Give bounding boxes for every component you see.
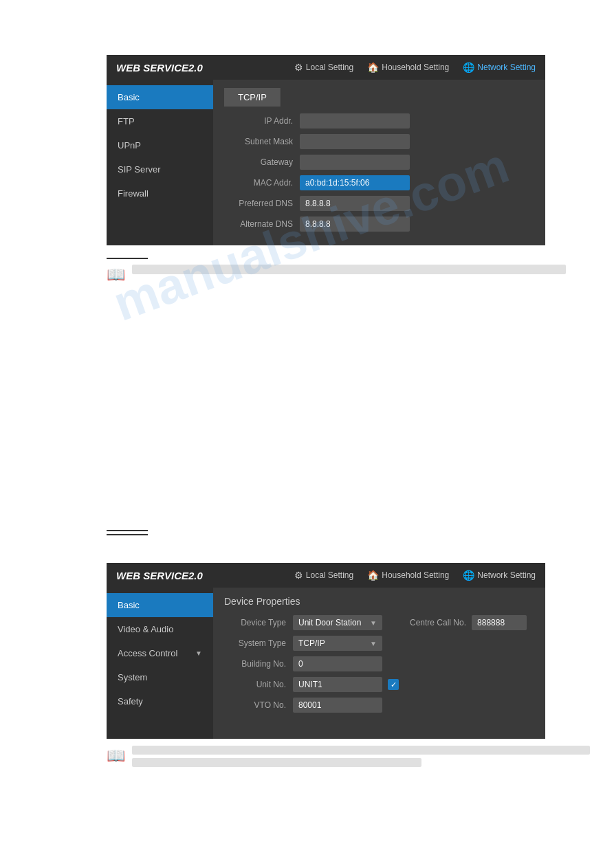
device-label-unit: Unit No.: [224, 680, 293, 689]
spacer-middle: [0, 289, 614, 523]
bottom-nav-local[interactable]: ⚙ Local Setting: [294, 570, 353, 581]
device-label-building: Building No.: [224, 659, 293, 669]
bottom-nav-household[interactable]: 🏠 Household Setting: [367, 570, 449, 581]
input-vto[interactable]: [293, 698, 382, 713]
device-label-type: Device Type: [224, 618, 293, 627]
device-label-vto: VTO No.: [224, 700, 293, 710]
bottom-sidebar-access[interactable]: Access Control ▼: [107, 641, 213, 665]
top-main-content: Basic FTP UPnP SIP Server Firewall TCP/I…: [107, 80, 545, 245]
label-mac: MAC Addr.: [224, 178, 300, 188]
top-nav: ⚙ Local Setting 🏠 Household Setting 🌐 Ne…: [294, 62, 536, 73]
sidebar-item-basic[interactable]: Basic: [107, 85, 213, 109]
form-row-mac: MAC Addr.: [224, 175, 534, 190]
bottom-panel: WEB SERVICE2.0 ⚙ Local Setting 🏠 Househo…: [107, 563, 545, 739]
input-gateway[interactable]: [300, 155, 410, 170]
form-row-dns1: Preferred DNS: [224, 196, 534, 211]
note-content-1: [132, 265, 614, 278]
nav-network-label: Network Setting: [477, 63, 536, 72]
input-subnet[interactable]: [300, 134, 410, 149]
bottom-sidebar: Basic Video & Audio Access Control ▼ Sys…: [107, 588, 213, 739]
input-centre-call[interactable]: [472, 615, 527, 630]
sidebar-item-sip[interactable]: SIP Server: [107, 157, 213, 181]
house-icon: 🏠: [367, 62, 379, 73]
bottom-note-bar-1: [132, 746, 590, 755]
chevron-system-icon: ▼: [370, 640, 377, 647]
top-tab-bar: TCP/IP: [224, 88, 534, 107]
top-header-bar: WEB SERVICE2.0 ⚙ Local Setting 🏠 Househo…: [107, 55, 545, 80]
bottom-sidebar-safety[interactable]: Safety: [107, 689, 213, 713]
network-icon: 🌐: [463, 62, 474, 73]
bottom-note-bar-2: [132, 758, 421, 767]
form-row-ip: IP Addr.: [224, 113, 534, 129]
nav-network-setting[interactable]: 🌐 Network Setting: [463, 62, 536, 73]
nav-household-label: Household Setting: [382, 63, 449, 72]
device-row-unit: Unit No. ✓: [224, 677, 534, 692]
bottom-house-icon: 🏠: [367, 570, 379, 581]
bottom-content-area: Device Properties Device Type Unit Door …: [213, 588, 545, 739]
device-select-system-value: TCP/IP: [298, 638, 325, 648]
note-bar-1: [132, 265, 566, 274]
top-logo: WEB SERVICE2.0: [116, 62, 203, 74]
label-ip: IP Addr.: [224, 116, 300, 126]
bottom-note-icon: 📖: [107, 747, 125, 765]
label-gateway: Gateway: [224, 157, 300, 167]
bottom-gear-icon: ⚙: [294, 570, 303, 581]
nav-local-label: Local Setting: [306, 63, 353, 72]
centre-call-group: Centre Call No.: [410, 615, 527, 630]
device-row-vto: VTO No.: [224, 698, 534, 713]
sidebar-item-firewall[interactable]: Firewall: [107, 181, 213, 205]
nav-local-setting[interactable]: ⚙ Local Setting: [294, 62, 353, 73]
note-box-1: 📖: [107, 265, 614, 284]
input-building[interactable]: [293, 656, 382, 671]
label-subnet: Subnet Mask: [224, 137, 300, 146]
input-unit[interactable]: [293, 677, 382, 692]
unit-checkbox[interactable]: ✓: [388, 679, 399, 690]
bottom-network-icon: 🌐: [463, 570, 474, 581]
form-row-gateway: Gateway: [224, 155, 534, 170]
bottom-note-content: [132, 746, 614, 767]
bottom-nav-local-label: Local Setting: [306, 570, 353, 580]
bottom-sidebar-access-label: Access Control: [118, 648, 177, 658]
top-content-area: TCP/IP IP Addr. Subnet Mask Gateway MAC …: [213, 80, 545, 245]
bottom-sidebar-video[interactable]: Video & Audio: [107, 617, 213, 641]
bottom-sidebar-system[interactable]: System: [107, 665, 213, 689]
device-row-type: Device Type Unit Door Station ▼ Centre C…: [224, 615, 534, 630]
bottom-header-bar: WEB SERVICE2.0 ⚙ Local Setting 🏠 Househo…: [107, 563, 545, 588]
sep-line-1: [107, 530, 148, 531]
section-title-device: Device Properties: [224, 596, 534, 607]
gear-icon: ⚙: [294, 62, 303, 73]
bottom-nav: ⚙ Local Setting 🏠 Household Setting 🌐 Ne…: [294, 570, 536, 581]
chevron-type-icon: ▼: [370, 619, 377, 627]
tab-tcpip[interactable]: TCP/IP: [224, 88, 281, 107]
bottom-sidebar-basic[interactable]: Basic: [107, 593, 213, 617]
bottom-main-content: Basic Video & Audio Access Control ▼ Sys…: [107, 588, 545, 739]
label-dns1: Preferred DNS: [224, 199, 300, 208]
device-row-system-type: System Type TCP/IP ▼: [224, 636, 534, 651]
label-dns2: Alternate DNS: [224, 219, 300, 229]
nav-household-setting[interactable]: 🏠 Household Setting: [367, 62, 449, 73]
device-select-system-type[interactable]: TCP/IP ▼: [293, 636, 382, 651]
device-select-type-value: Unit Door Station: [298, 618, 361, 627]
separator-group: [107, 530, 614, 535]
input-dns2[interactable]: [300, 216, 410, 232]
form-row-dns2: Alternate DNS: [224, 216, 534, 232]
chevron-down-icon: ▼: [195, 649, 202, 657]
separator-1: [107, 258, 148, 259]
device-label-system-type: System Type: [224, 638, 293, 648]
bottom-logo: WEB SERVICE2.0: [116, 570, 203, 581]
device-row-building: Building No.: [224, 656, 534, 671]
sidebar-item-upnp[interactable]: UPnP: [107, 133, 213, 157]
input-ip[interactable]: [300, 113, 410, 129]
bottom-note-box: 📖: [107, 746, 614, 767]
input-dns1[interactable]: [300, 196, 410, 211]
note-icon-1: 📖: [107, 266, 125, 284]
bottom-nav-network[interactable]: 🌐 Network Setting: [463, 570, 536, 581]
top-sidebar: Basic FTP UPnP SIP Server Firewall: [107, 80, 213, 245]
form-row-subnet: Subnet Mask: [224, 134, 534, 149]
bottom-nav-network-label: Network Setting: [477, 570, 536, 580]
tcp-ip-form: IP Addr. Subnet Mask Gateway MAC Addr. P…: [224, 113, 534, 232]
input-mac[interactable]: [300, 175, 410, 190]
device-select-type[interactable]: Unit Door Station ▼: [293, 615, 382, 630]
sep-line-2: [107, 534, 148, 535]
sidebar-item-ftp[interactable]: FTP: [107, 109, 213, 133]
